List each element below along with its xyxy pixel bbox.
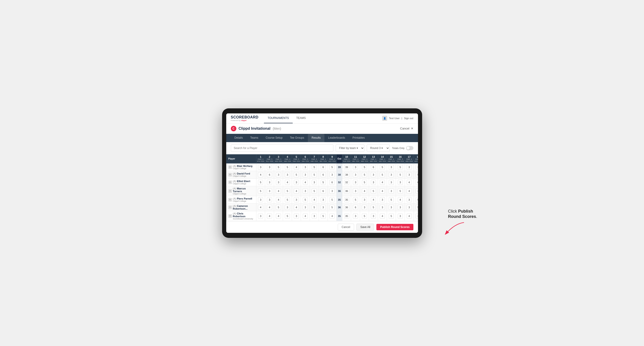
score-input-hole-10[interactable] [344,180,349,185]
score-input-hole-15[interactable] [389,165,394,170]
score-input-hole-7[interactable] [312,188,317,193]
score-input-hole-3[interactable] [276,197,281,202]
score-input-hole-7[interactable] [312,205,317,210]
score-hole-18[interactable] [414,203,418,211]
score-input-hole-11[interactable] [353,172,358,177]
score-hole-13[interactable] [369,196,378,203]
score-input-hole-7[interactable] [312,180,317,185]
score-input-hole-12[interactable] [362,180,367,185]
score-input-hole-5[interactable] [294,180,299,185]
score-hole-10[interactable] [342,196,351,203]
score-input-hole-9[interactable] [330,165,334,170]
score-hole-15[interactable] [387,203,396,211]
score-hole-11[interactable] [351,163,360,171]
filter-by-team-select[interactable]: Filter by team ▾ [336,144,364,152]
score-hole-16[interactable] [396,178,405,186]
score-input-hole-3[interactable] [276,172,281,177]
score-hole-7[interactable] [310,186,319,196]
score-input-hole-15[interactable] [389,197,394,202]
score-input-hole-7[interactable] [312,172,317,177]
score-hole-15[interactable] [387,171,396,178]
score-hole-9[interactable] [328,186,336,196]
score-hole-14[interactable] [378,178,387,186]
score-input-hole-6[interactable] [303,213,308,219]
score-hole-6[interactable] [301,203,310,211]
score-input-hole-13[interactable] [371,165,376,170]
score-input-hole-18[interactable] [416,165,418,170]
score-hole-13[interactable] [369,211,378,221]
score-hole-14[interactable] [378,203,387,211]
score-input-hole-16[interactable] [398,188,403,193]
score-hole-2[interactable] [265,203,274,211]
score-hole-2[interactable] [265,171,274,178]
score-hole-17[interactable] [405,171,414,178]
score-hole-7[interactable] [310,178,319,186]
score-hole-16[interactable] [396,203,405,211]
tab-printables[interactable]: Printables [349,134,368,142]
score-input-hole-15[interactable] [389,180,394,185]
score-hole-11[interactable] [351,171,360,178]
score-input-hole-17[interactable] [407,180,412,185]
score-hole-14[interactable] [378,171,387,178]
score-hole-4[interactable] [283,178,292,186]
score-input-hole-6[interactable] [303,172,308,177]
score-hole-2[interactable] [265,163,274,171]
score-hole-16[interactable] [396,171,405,178]
score-input-hole-15[interactable] [389,205,394,210]
score-hole-12[interactable] [360,211,369,221]
score-input-hole-9[interactable] [330,213,334,219]
score-hole-14[interactable] [378,163,387,171]
score-hole-8[interactable] [319,196,328,203]
score-hole-9[interactable] [328,211,336,221]
score-input-hole-4[interactable] [285,180,290,185]
score-hole-10[interactable] [342,163,351,171]
score-hole-13[interactable] [369,171,378,178]
score-hole-13[interactable] [369,163,378,171]
score-input-hole-1[interactable] [258,213,263,219]
tab-details[interactable]: Details [231,134,247,142]
score-input-hole-2[interactable] [267,197,272,202]
score-hole-14[interactable] [378,196,387,203]
score-input-hole-16[interactable] [398,165,403,170]
nav-teams[interactable]: TEAMS [293,113,310,124]
score-input-hole-11[interactable] [353,165,358,170]
score-hole-5[interactable] [292,178,301,186]
score-hole-8[interactable] [319,203,328,211]
tab-results[interactable]: Results [308,134,324,142]
score-hole-10[interactable] [342,178,351,186]
score-input-hole-5[interactable] [294,165,299,170]
score-input-hole-12[interactable] [362,165,367,170]
score-input-hole-17[interactable] [407,188,412,193]
tab-tee-groups[interactable]: Tee Groups [286,134,308,142]
score-hole-1[interactable] [256,211,265,221]
score-input-hole-3[interactable] [276,188,281,193]
score-input-hole-1[interactable] [258,205,263,210]
score-input-hole-2[interactable] [267,172,272,177]
score-input-hole-14[interactable] [380,197,385,202]
score-input-hole-17[interactable] [407,197,412,202]
score-input-hole-1[interactable] [258,180,263,185]
score-hole-3[interactable] [274,178,283,186]
score-hole-18[interactable] [414,211,418,221]
score-input-hole-17[interactable] [407,165,412,170]
score-input-hole-11[interactable] [353,197,358,202]
score-input-hole-13[interactable] [371,213,376,219]
score-input-hole-11[interactable] [353,188,358,193]
score-hole-5[interactable] [292,163,301,171]
score-input-hole-14[interactable] [380,205,385,210]
score-input-hole-3[interactable] [276,213,281,219]
score-input-hole-1[interactable] [258,197,263,202]
score-hole-9[interactable] [328,196,336,203]
score-hole-12[interactable] [360,178,369,186]
score-input-hole-2[interactable] [267,205,272,210]
score-input-hole-4[interactable] [285,188,290,193]
score-hole-14[interactable] [378,186,387,196]
score-hole-4[interactable] [283,163,292,171]
score-input-hole-1[interactable] [258,172,263,177]
score-hole-18[interactable] [414,171,418,178]
score-input-hole-18[interactable] [416,180,418,185]
score-hole-1[interactable] [256,163,265,171]
score-hole-17[interactable] [405,211,414,221]
score-hole-18[interactable] [414,178,418,186]
score-hole-5[interactable] [292,186,301,196]
